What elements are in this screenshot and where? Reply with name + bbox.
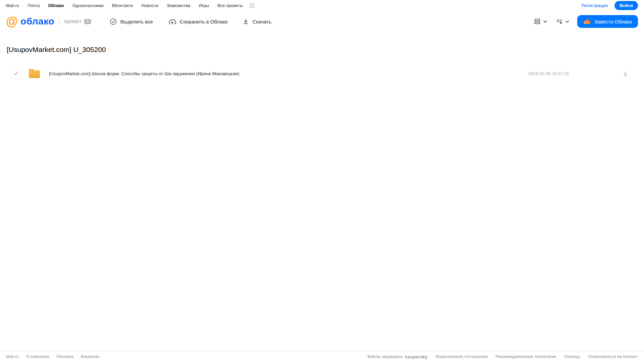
footer-link-help[interactable]: Помощь <box>564 354 580 359</box>
top-nav-auth: Регистрация Войти <box>581 1 638 10</box>
apps-grid-icon[interactable] <box>249 3 254 8</box>
header: @ облако | проект vk Выделить все <box>0 11 644 32</box>
topnav-item-odnoklassniki[interactable]: Одноклассники <box>72 3 104 8</box>
file-row[interactable]: [UsupovMarket.com] Школа форм. Способы з… <box>7 66 637 81</box>
topnav-item-pochta[interactable]: Почта <box>28 3 40 8</box>
chevron-down-icon <box>565 20 569 23</box>
orange-cloud-icon <box>583 19 591 24</box>
select-all-label: Выделить все <box>120 19 153 24</box>
get-cloud-label: Завести Облако <box>594 19 632 24</box>
kaspersky-protection: Файлы защищены kaspersky <box>367 354 427 359</box>
row-download-button[interactable] <box>622 70 629 77</box>
footer-link-jobs[interactable]: Вакансии <box>81 354 99 359</box>
project-label: проект <box>64 18 82 25</box>
folder-icon <box>28 68 41 79</box>
topnav-item-oblako[interactable]: Облако <box>48 3 64 8</box>
mailru-at-icon: @ <box>6 15 18 28</box>
header-right-controls: Завести Облако <box>534 15 638 28</box>
footer-right-links: Файлы защищены kaspersky Лицензионное со… <box>367 354 638 359</box>
registration-link[interactable]: Регистрация <box>581 3 608 8</box>
brand-divider: | <box>59 18 60 25</box>
main-content: [UsupovMarket.com] U_305200 <box>0 32 644 351</box>
login-button[interactable]: Войти <box>614 1 638 10</box>
file-date: 2024-02-09 15:27:35 <box>528 71 569 76</box>
topnav-item-vkontakte[interactable]: ВКонтакте <box>112 3 133 8</box>
get-cloud-button[interactable]: Завести Облако <box>577 15 638 28</box>
files-protected-label: Файлы защищены <box>367 354 403 359</box>
topnav-item-vse-proekty[interactable]: Все проекты <box>217 3 243 8</box>
download-button[interactable]: Скачать <box>243 18 271 24</box>
select-all-button[interactable]: Выделить все <box>110 18 153 25</box>
topnav-item-igry[interactable]: Игры <box>199 3 209 8</box>
toolbar: Выделить все Сохранить в Облако Скача <box>110 18 271 25</box>
row-checkbox[interactable] <box>11 68 21 79</box>
footer-link-ads[interactable]: Реклама <box>56 354 73 359</box>
cloud-upload-icon <box>168 18 176 25</box>
page: Mail.ru Почта Облако Одноклассники ВКонт… <box>0 0 644 362</box>
footer-link-license[interactable]: Лицензионное соглашение <box>435 354 488 359</box>
chevron-down-icon <box>543 20 547 23</box>
footer-link-report-content[interactable]: Пожаловаться на контент <box>588 354 638 359</box>
save-to-cloud-label: Сохранить в Облако <box>180 19 228 24</box>
save-to-cloud-button[interactable]: Сохранить в Облако <box>168 18 228 25</box>
topnav-item-mailru[interactable]: Mail.ru <box>6 3 19 8</box>
check-circle-icon <box>110 18 117 25</box>
topnav-item-znakomstva[interactable]: Знакомства <box>166 3 190 8</box>
top-nav-links: Mail.ru Почта Облако Одноклассники ВКонт… <box>6 3 254 8</box>
vk-badge-icon: vk <box>84 19 91 24</box>
sort-icon <box>556 19 563 24</box>
top-nav: Mail.ru Почта Облако Одноклассники ВКонт… <box>0 0 644 11</box>
topnav-item-novosti[interactable]: Новости <box>141 3 158 8</box>
footer-link-about[interactable]: О компании <box>26 354 49 359</box>
kaspersky-logo-link[interactable]: kaspersky <box>405 354 428 359</box>
logo-text: облако <box>20 16 54 27</box>
download-label: Скачать <box>252 19 271 24</box>
download-icon <box>243 18 249 24</box>
footer-link-recommendation-tech[interactable]: Рекомендательные технологии <box>495 354 556 359</box>
sort-dropdown[interactable] <box>556 19 569 24</box>
footer-left-links: Mail.ru О компании Реклама Вакансии <box>6 354 99 359</box>
page-title: [UsupovMarket.com] U_305200 <box>7 46 637 54</box>
list-view-icon <box>534 18 541 24</box>
view-mode-dropdown[interactable] <box>534 18 547 24</box>
file-name-link[interactable]: [UsupovMarket.com] Школа форм. Способы з… <box>49 71 239 76</box>
footer: Mail.ru О компании Реклама Вакансии Файл… <box>0 351 644 362</box>
footer-link-mailru[interactable]: Mail.ru <box>6 354 19 359</box>
cloud-logo[interactable]: @ облако | проект vk <box>6 15 91 28</box>
